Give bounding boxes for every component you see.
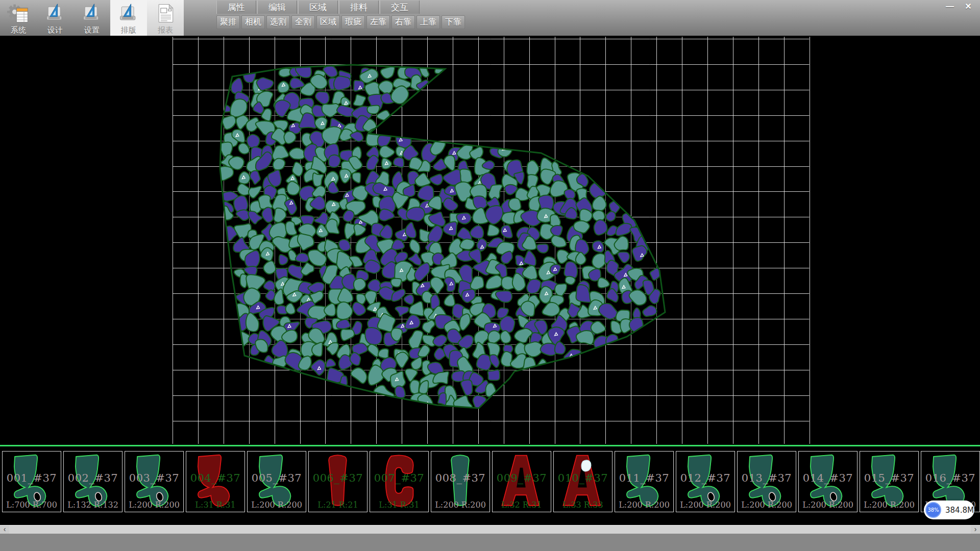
piece-name: 002_#37 bbox=[64, 472, 122, 484]
piece-lr-count: L:200 R:200 bbox=[615, 500, 673, 510]
menu-button-label: 属性 bbox=[228, 3, 245, 12]
bottom-frame bbox=[0, 534, 980, 551]
tool-button-label: 右靠 bbox=[395, 17, 411, 26]
close-button[interactable]: ✕ bbox=[961, 1, 976, 12]
tool-button-label: 全割 bbox=[295, 17, 311, 26]
piece-name: 016_#37 bbox=[921, 472, 979, 484]
tool-button[interactable]: 相机 bbox=[241, 15, 265, 29]
piece-lr-count: L:33 R:33 bbox=[554, 500, 612, 510]
piece-lr-count: L:200 R:200 bbox=[676, 500, 734, 510]
tool-button[interactable]: 区域 bbox=[316, 15, 340, 29]
nesting-canvas[interactable] bbox=[0, 36, 980, 445]
piece-thumbnail[interactable]: 007_#37 L:31 R:31 bbox=[370, 451, 429, 512]
main-tab[interactable]: 报表 bbox=[147, 0, 184, 36]
tool-button[interactable]: 瑕疵 bbox=[341, 15, 365, 29]
piece-name: 005_#37 bbox=[248, 472, 306, 484]
scroll-track[interactable] bbox=[9, 525, 971, 534]
report-document-icon bbox=[154, 3, 177, 25]
tab-icon bbox=[117, 0, 140, 25]
main-tab[interactable]: 系统 bbox=[0, 0, 37, 36]
piece-lr-count: L:200 R:200 bbox=[860, 500, 918, 510]
scroll-right-arrow[interactable]: › bbox=[971, 525, 980, 534]
tool-button-label: 上靠 bbox=[420, 17, 436, 26]
menu-button[interactable]: 区域 bbox=[298, 1, 338, 14]
main-tab[interactable]: 排版 bbox=[110, 0, 147, 36]
main-tab[interactable]: 设置 bbox=[74, 0, 110, 36]
tab-label: 报表 bbox=[158, 25, 173, 35]
tab-label: 系统 bbox=[11, 25, 26, 35]
piece-thumbnail[interactable]: 015_#37 L:200 R:200 bbox=[860, 451, 919, 512]
gear-table-icon bbox=[7, 3, 30, 25]
main-tab[interactable]: 设计 bbox=[37, 0, 74, 36]
main-tabs: 系统 设计 bbox=[0, 0, 184, 36]
tool-button-label: 相机 bbox=[245, 17, 261, 26]
progress-circle: 38% bbox=[925, 502, 941, 518]
piece-thumbnail[interactable]: 003_#37 L:200 R:200 bbox=[125, 451, 184, 512]
tool-button[interactable]: 下靠 bbox=[442, 15, 465, 29]
piece-name: 012_#37 bbox=[676, 472, 734, 484]
tool-button[interactable]: 右靠 bbox=[391, 15, 415, 29]
tool-button-label: 选割 bbox=[270, 17, 286, 26]
menu-row-tools: 聚排相机选割全割区域瑕疵左靠右靠上靠下靠 bbox=[216, 15, 467, 29]
piece-lr-count: L:200 R:200 bbox=[799, 500, 857, 510]
tool-button[interactable]: 上靠 bbox=[416, 15, 440, 29]
piece-lr-count: L:21 R:21 bbox=[309, 500, 367, 510]
menu-button-label: 区域 bbox=[309, 3, 327, 12]
piece-thumbnail[interactable]: 014_#37 L:200 R:200 bbox=[798, 451, 857, 512]
piece-name: 006_#37 bbox=[309, 472, 367, 484]
menu-button[interactable]: 交互 bbox=[380, 1, 420, 14]
menu-area: 属性编辑区域排料交互 聚排相机选割全割区域瑕疵左靠右靠上靠下靠 bbox=[216, 1, 467, 29]
tab-icon bbox=[81, 0, 103, 25]
piece-name: 015_#37 bbox=[860, 472, 918, 484]
piece-thumbnail[interactable]: 012_#37 L:200 R:200 bbox=[676, 451, 735, 512]
tab-label: 设置 bbox=[84, 25, 100, 35]
piece-name: 007_#37 bbox=[370, 472, 428, 484]
tool-button[interactable]: 聚排 bbox=[216, 15, 240, 29]
piece-name: 013_#37 bbox=[738, 472, 796, 484]
memory-badge: 38% 384.8M bbox=[924, 500, 974, 519]
piece-lr-count: L:132 R:132 bbox=[64, 500, 122, 510]
tab-label: 设计 bbox=[47, 25, 63, 35]
piece-lr-count: L:200 R:200 bbox=[248, 500, 306, 510]
menu-button-label: 编辑 bbox=[268, 3, 286, 12]
piece-thumbnail[interactable]: 002_#37 L:132 R:132 bbox=[63, 451, 122, 512]
tool-button[interactable]: 选割 bbox=[266, 15, 290, 29]
tool-button[interactable]: 全割 bbox=[291, 15, 315, 29]
minimize-button[interactable]: — bbox=[942, 1, 958, 12]
piece-thumbnail[interactable]: 010_#37 L:33 R:33 bbox=[553, 451, 612, 512]
scroll-left-arrow[interactable]: ‹ bbox=[0, 525, 9, 534]
piece-thumbnail[interactable]: 005_#37 L:200 R:200 bbox=[247, 451, 306, 512]
piece-lr-count: L:200 R:200 bbox=[431, 500, 489, 510]
tool-button[interactable]: 左靠 bbox=[366, 15, 390, 29]
tab-icon bbox=[154, 0, 177, 25]
piece-thumbnail[interactable]: 001_#37 L:700 R:700 bbox=[2, 451, 61, 512]
menu-button[interactable]: 编辑 bbox=[257, 1, 297, 14]
piece-thumbnail[interactable]: 004_#37 L:31 R:31 bbox=[186, 451, 245, 512]
piece-lr-count: L:200 R:200 bbox=[738, 500, 796, 510]
piece-name: 008_#37 bbox=[431, 472, 489, 484]
piece-name: 009_#37 bbox=[493, 472, 551, 484]
piece-name: 003_#37 bbox=[125, 472, 183, 484]
piece-thumbnail[interactable]: 013_#37 L:200 R:200 bbox=[737, 451, 796, 512]
ruler-laptop-icon bbox=[117, 3, 140, 25]
menu-button[interactable]: 排料 bbox=[339, 1, 379, 14]
application-window: 系统 设计 bbox=[0, 0, 980, 551]
ruler-laptop-icon bbox=[44, 3, 66, 25]
ruler-laptop-icon bbox=[81, 3, 103, 25]
piece-lr-count: L:31 R:31 bbox=[186, 500, 244, 510]
horizontal-scrollbar[interactable]: ‹ › bbox=[0, 525, 980, 534]
tab-label: 排版 bbox=[121, 25, 136, 35]
tool-button-label: 区域 bbox=[320, 17, 336, 26]
piece-thumbnail-strip: 001_#37 L:700 R:700 002_#37 L:132 R:132 … bbox=[0, 451, 980, 512]
tool-button-label: 瑕疵 bbox=[345, 17, 361, 26]
window-controls: — ✕ bbox=[942, 1, 976, 12]
piece-thumbnail[interactable]: 009_#37 L:32 R:31 bbox=[492, 451, 551, 512]
piece-name: 010_#37 bbox=[554, 472, 612, 484]
menu-button[interactable]: 属性 bbox=[216, 1, 256, 14]
piece-thumbnail[interactable]: 006_#37 L:21 R:21 bbox=[308, 451, 368, 512]
memory-value: 384.8M bbox=[945, 506, 974, 515]
piece-thumbnail[interactable]: 008_#37 L:200 R:200 bbox=[431, 451, 490, 512]
piece-lr-count: L:700 R:700 bbox=[3, 500, 61, 510]
piece-thumbnail[interactable]: 011_#37 L:200 R:200 bbox=[615, 451, 674, 512]
piece-name: 011_#37 bbox=[615, 472, 673, 484]
